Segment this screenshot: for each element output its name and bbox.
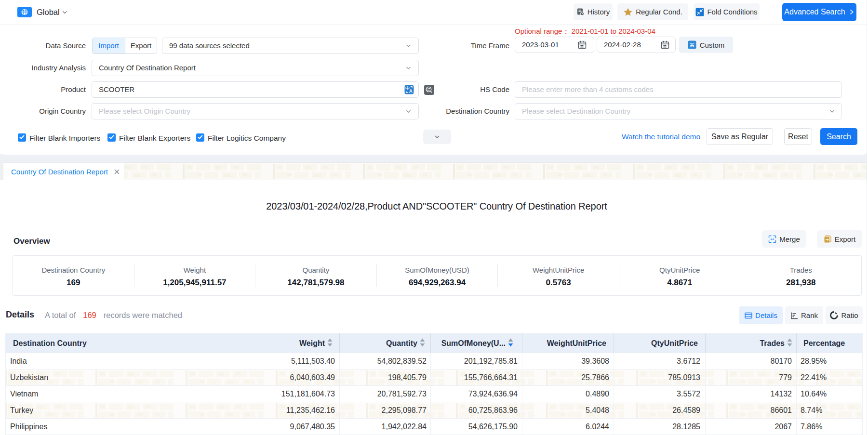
svg-text:⌘: ⌘ <box>689 42 694 48</box>
svg-text:A: A <box>409 89 413 94</box>
